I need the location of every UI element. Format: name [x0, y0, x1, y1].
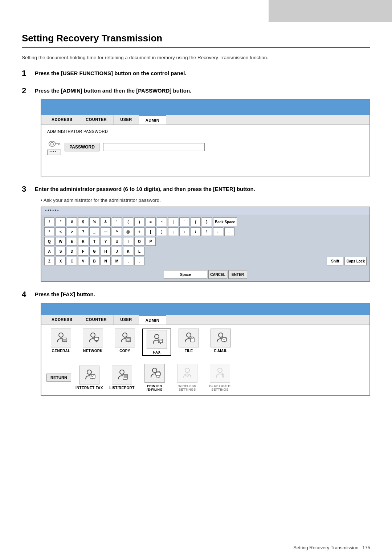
menu-item-internet-fax[interactable]: INTERNET FAX: [75, 366, 104, 390]
key-m[interactable]: M: [112, 257, 122, 265]
key-r[interactable]: R: [78, 237, 88, 246]
key-lbrace[interactable]: {: [191, 217, 201, 226]
key-lbracket[interactable]: [: [146, 227, 156, 236]
key-caret[interactable]: ^: [112, 227, 122, 236]
key-s[interactable]: S: [56, 247, 66, 256]
key-hash[interactable]: #: [67, 217, 77, 226]
key-left-arrow[interactable]: ←: [213, 227, 223, 236]
key-star[interactable]: *: [44, 227, 54, 236]
step-3-text: Enter the administrator password (6 to 1…: [35, 185, 255, 193]
key-apos[interactable]: ': [112, 217, 122, 226]
key-p[interactable]: P: [146, 237, 156, 246]
password-input-box[interactable]: [103, 143, 205, 151]
menu-item-file[interactable]: FILE: [174, 329, 203, 356]
key-exclaim[interactable]: !: [44, 217, 54, 226]
menu-item-printer[interactable]: PRINTER/E-FILING: [140, 364, 169, 391]
tab-admin-address[interactable]: ADDRESS: [45, 315, 79, 325]
key-colon[interactable]: :: [179, 227, 189, 236]
key-rbracket[interactable]: ]: [157, 227, 167, 236]
key-v[interactable]: V: [78, 257, 88, 265]
key-equals[interactable]: =: [146, 217, 156, 226]
key-enter[interactable]: ENTER: [228, 270, 247, 279]
tab-admin-admin[interactable]: ADMIN: [139, 315, 167, 325]
key-j[interactable]: J: [112, 247, 122, 256]
admin-menu-screen: ADDRESS COUNTER USER ADMIN: [41, 303, 370, 396]
key-question[interactable]: ?: [78, 227, 88, 236]
key-dollar[interactable]: $: [78, 217, 88, 226]
svg-point-39: [187, 376, 188, 377]
key-rbrace[interactable]: }: [202, 217, 212, 226]
key-svg-icon: [48, 139, 61, 149]
menu-item-email[interactable]: E-MAIL: [206, 329, 235, 356]
key-a[interactable]: A: [44, 247, 54, 256]
key-comma[interactable]: ,: [123, 257, 133, 265]
key-space[interactable]: Space: [164, 270, 207, 279]
key-n[interactable]: N: [101, 257, 111, 265]
tab-address[interactable]: ADDRESS: [45, 115, 79, 125]
key-w[interactable]: W: [56, 237, 66, 246]
key-l[interactable]: L: [134, 247, 144, 256]
key-h[interactable]: H: [101, 247, 111, 256]
key-f[interactable]: F: [78, 247, 88, 256]
key-rparen[interactable]: ): [134, 217, 144, 226]
key-tilde[interactable]: ~: [157, 217, 167, 226]
menu-item-copy[interactable]: COPY: [110, 329, 139, 356]
step-1-number: 1: [22, 69, 35, 78]
menu-item-list-report[interactable]: LIST/REPORT: [107, 366, 136, 390]
key-b[interactable]: B: [89, 257, 99, 265]
key-z[interactable]: Z: [44, 257, 54, 265]
key-lparen[interactable]: (: [123, 217, 133, 226]
key-underscore[interactable]: _: [89, 227, 99, 236]
menu-item-wireless[interactable]: WIRELESSSETTINGS: [173, 364, 202, 391]
tab-counter[interactable]: COUNTER: [79, 115, 114, 125]
key-e[interactable]: E: [67, 237, 77, 246]
key-q[interactable]: Q: [44, 237, 54, 246]
key-g[interactable]: G: [89, 247, 99, 256]
return-button[interactable]: RETURN: [46, 374, 71, 382]
key-u[interactable]: U: [112, 237, 122, 246]
menu-label-network: NETWORK: [83, 349, 103, 353]
password-button[interactable]: PASSWORD: [65, 143, 99, 151]
kbd-row-3: Q W E R T Y U I O P: [44, 237, 367, 246]
key-d[interactable]: D: [67, 247, 77, 256]
menu-item-bluetooth[interactable]: BluetoothSETTINGS: [205, 364, 234, 391]
key-i[interactable]: I: [123, 237, 133, 246]
key-capslock[interactable]: Caps Lock: [344, 257, 367, 265]
key-at[interactable]: @: [123, 227, 133, 236]
tab-user[interactable]: USER: [114, 115, 139, 125]
key-backspace[interactable]: Back Space: [213, 217, 237, 226]
key-shift[interactable]: Shift: [327, 257, 343, 265]
tab-admin-counter[interactable]: COUNTER: [79, 315, 114, 325]
key-amp[interactable]: &: [101, 217, 111, 226]
step-3-bullet-1: Ask your administrator for the administr…: [41, 197, 370, 203]
key-y[interactable]: Y: [101, 237, 111, 246]
menu-item-fax[interactable]: FAX: [142, 329, 171, 356]
menu-item-general[interactable]: GENERAL: [46, 329, 75, 356]
key-slash[interactable]: /: [191, 227, 201, 236]
key-backslash[interactable]: \: [202, 227, 212, 236]
key-backtick[interactable]: `: [179, 217, 189, 226]
key-o[interactable]: O: [134, 237, 144, 246]
key-pipe[interactable]: |: [168, 217, 178, 226]
key-gt[interactable]: >: [67, 227, 77, 236]
key-percent[interactable]: %: [89, 217, 99, 226]
menu-item-network[interactable]: NETWORK: [78, 329, 107, 356]
key-lt[interactable]: <: [56, 227, 66, 236]
key-x[interactable]: X: [56, 257, 66, 265]
key-cancel[interactable]: CANCEL: [208, 270, 227, 279]
key-dash[interactable]: —: [101, 227, 111, 236]
key-k[interactable]: K: [123, 247, 133, 256]
tab-admin[interactable]: ADMIN: [139, 115, 167, 125]
key-semicolon[interactable]: ;: [168, 227, 178, 236]
tab-admin-user[interactable]: USER: [114, 315, 139, 325]
menu-icon-fax-box: [147, 330, 167, 349]
svg-point-34: [152, 368, 157, 372]
key-t[interactable]: T: [89, 237, 99, 246]
menu-label-ifax: INTERNET FAX: [75, 386, 103, 390]
key-c[interactable]: C: [67, 257, 77, 265]
key-right-arrow[interactable]: →: [224, 227, 234, 236]
key-period[interactable]: .: [134, 257, 144, 265]
key-plus[interactable]: +: [134, 227, 144, 236]
key-quote[interactable]: ": [56, 217, 66, 226]
step-1-text: Press the [USER FUNCTIONS] button on the…: [35, 69, 187, 77]
